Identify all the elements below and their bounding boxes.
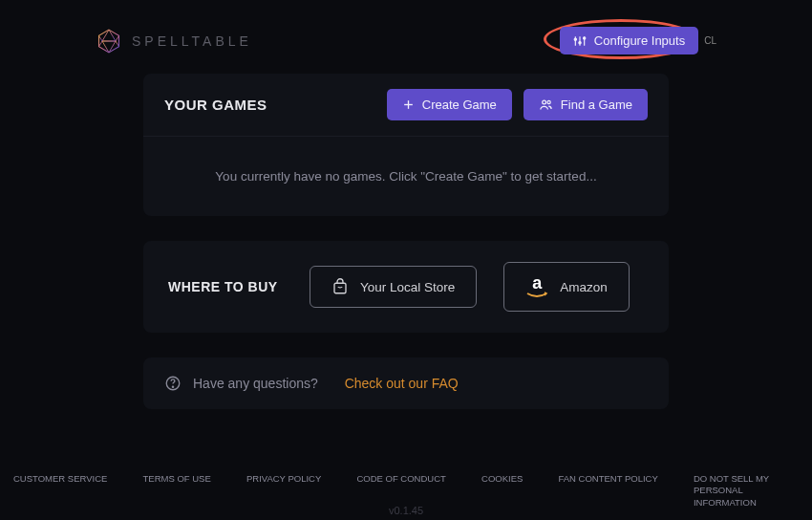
game-actions: Create Game Find a Game bbox=[387, 89, 648, 120]
svg-point-10 bbox=[579, 41, 581, 43]
brand-name: SPELLTABLE bbox=[132, 33, 252, 49]
where-to-buy-title: WHERE TO BUY bbox=[168, 279, 283, 294]
amazon-button[interactable]: a Amazon bbox=[503, 262, 630, 312]
games-empty-state: You currently have no games. Click "Crea… bbox=[143, 137, 669, 216]
svg-point-16 bbox=[547, 100, 550, 103]
plus-icon bbox=[402, 98, 415, 111]
your-games-card: YOUR GAMES Create Game bbox=[143, 74, 669, 216]
shopping-bag-icon bbox=[331, 278, 349, 295]
main-content: YOUR GAMES Create Game bbox=[0, 74, 812, 409]
svg-rect-17 bbox=[334, 283, 346, 293]
local-store-label: Your Local Store bbox=[360, 280, 455, 294]
question-circle-icon bbox=[164, 375, 182, 392]
amazon-label: Amazon bbox=[560, 280, 608, 294]
your-games-header: YOUR GAMES Create Game bbox=[143, 74, 669, 137]
footer-customer-service[interactable]: CUSTOMER SERVICE bbox=[13, 473, 107, 509]
people-icon bbox=[539, 98, 553, 111]
svg-point-12 bbox=[583, 36, 585, 38]
svg-line-4 bbox=[116, 35, 119, 41]
faq-link[interactable]: Check out our FAQ bbox=[345, 376, 459, 391]
footer-privacy[interactable]: PRIVACY POLICY bbox=[246, 473, 321, 509]
svg-line-5 bbox=[99, 41, 103, 47]
footer-links: CUSTOMER SERVICE TERMS OF USE PRIVACY PO… bbox=[0, 473, 812, 509]
configure-inputs-button[interactable]: Configure Inputs bbox=[560, 27, 698, 54]
where-to-buy-card: WHERE TO BUY Your Local Store a Amazon bbox=[143, 241, 669, 333]
faq-question-text: Have any questions? bbox=[193, 376, 318, 391]
cl-badge: CL bbox=[704, 35, 716, 46]
faq-card: Have any questions? Check out our FAQ bbox=[143, 358, 669, 409]
sliders-icon bbox=[573, 34, 587, 48]
amazon-icon: a bbox=[525, 274, 548, 299]
svg-line-6 bbox=[116, 41, 119, 47]
your-games-title: YOUR GAMES bbox=[164, 97, 267, 113]
find-game-button[interactable]: Find a Game bbox=[524, 89, 648, 120]
footer-fan-content[interactable]: FAN CONTENT POLICY bbox=[558, 473, 657, 509]
local-store-button[interactable]: Your Local Store bbox=[310, 266, 477, 308]
brand[interactable]: SPELLTABLE bbox=[96, 28, 252, 54]
svg-line-3 bbox=[99, 35, 103, 41]
footer-cookies[interactable]: COOKIES bbox=[481, 473, 523, 509]
create-game-button[interactable]: Create Game bbox=[387, 89, 512, 120]
app-header: SPELLTABLE Configure Inputs CL bbox=[0, 0, 812, 74]
svg-point-19 bbox=[172, 386, 173, 387]
header-actions: Configure Inputs CL bbox=[560, 27, 716, 54]
find-game-label: Find a Game bbox=[561, 98, 632, 112]
svg-marker-1 bbox=[102, 30, 116, 41]
configure-inputs-label: Configure Inputs bbox=[594, 33, 685, 48]
d20-icon bbox=[96, 28, 122, 54]
svg-marker-2 bbox=[102, 41, 116, 53]
svg-point-8 bbox=[574, 38, 576, 40]
footer-do-not-sell[interactable]: DO NOT SELL MY PERSONAL INFORMATION bbox=[694, 473, 799, 509]
version-label: v0.1.45 bbox=[389, 505, 423, 516]
create-game-label: Create Game bbox=[422, 98, 497, 112]
footer-code-of-conduct[interactable]: CODE OF CONDUCT bbox=[356, 473, 445, 509]
svg-point-15 bbox=[543, 100, 546, 104]
footer-terms[interactable]: TERMS OF USE bbox=[143, 473, 211, 509]
